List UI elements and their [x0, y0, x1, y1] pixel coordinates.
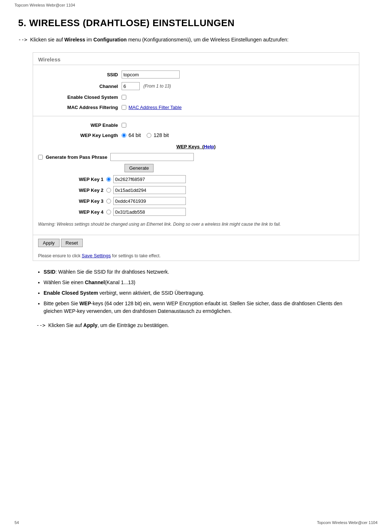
wep-key1-label: WEP Key 1 — [38, 177, 103, 182]
wep-section: WEP Enable WEP Key Length 64 bit 128 bit — [33, 116, 359, 235]
bullet-3-bold: Enable Closed System — [44, 290, 98, 296]
ssid-input[interactable] — [122, 70, 180, 78]
wep-key3-input[interactable] — [113, 197, 186, 205]
wep-key4-radio[interactable] — [106, 210, 111, 214]
wep-key-length-row: WEP Key Length 64 bit 128 bit — [33, 130, 359, 140]
panel-title: Wireless — [33, 53, 359, 65]
main-content: 5. WIRELESS (DRAHTLOSE) EINSTELLUNGEN --… — [0, 10, 392, 354]
passphrase-input[interactable] — [110, 153, 194, 161]
mac-filtering-row: MAC Address Filtering MAC Address Filter… — [33, 102, 359, 112]
bullet-4: Bitte geben Sie WEP-keys (64 oder 128 bi… — [44, 300, 356, 315]
page-header: Topcom Wireless Webr@cer 1104 — [0, 0, 392, 10]
channel-value-container: (From 1 to 13) — [122, 82, 171, 90]
mac-filtering-value: MAC Address Filter Table — [122, 105, 181, 110]
wep-keys-title-row: WEP Keys (Help) — [33, 140, 359, 152]
wep-key1-row: WEP Key 1 — [33, 174, 359, 185]
wep-key2-label: WEP Key 2 — [38, 188, 103, 193]
wep-keys-help-link[interactable]: Help — [204, 144, 214, 149]
closing-text: --> Klicken Sie auf Apply, um die Einträ… — [36, 322, 356, 328]
wep-key3-row: WEP Key 3 — [33, 196, 359, 206]
bullet-1: SSID: Wählen Sie die SSID für Ihr drahtl… — [44, 268, 356, 276]
wep-keys-title: WEP Keys (Help) — [176, 142, 216, 150]
channel-input[interactable] — [122, 82, 140, 90]
mac-filtering-checkbox[interactable] — [122, 105, 126, 110]
generate-button[interactable]: Generate — [124, 164, 154, 172]
closing-apply: Apply — [83, 322, 98, 328]
bullet-3: Enable Closed System verbirgt, wenn akti… — [44, 289, 356, 297]
generate-row: Generate from Pass Phrase — [33, 152, 359, 162]
warning-text: Warning: Wireless settings should be cha… — [33, 217, 359, 231]
intro-wireless: Wireless — [64, 37, 85, 43]
wep-enable-checkbox[interactable] — [122, 123, 126, 128]
closed-system-row: Enable Closed System — [33, 92, 359, 102]
wep-64bit-label: 64 bit — [128, 132, 141, 138]
ssid-value-container — [122, 70, 180, 78]
reset-button[interactable]: Reset — [61, 239, 83, 247]
closed-system-checkbox[interactable] — [122, 95, 126, 100]
wep-key4-input[interactable] — [113, 208, 186, 216]
buttons-row: Apply Reset — [33, 235, 359, 251]
mac-filter-table-link[interactable]: MAC Address Filter Table — [128, 105, 181, 110]
wep-enable-label: WEP Enable — [38, 122, 118, 128]
wep-key2-radio[interactable] — [106, 188, 111, 193]
bullet-1-bold: SSID — [44, 269, 56, 275]
bullet-4-bold: WEP — [79, 301, 91, 306]
wep-enable-row: WEP Enable — [33, 120, 359, 130]
apply-button[interactable]: Apply — [38, 239, 60, 247]
intro-arrow: --> — [18, 37, 27, 43]
mac-filtering-label: MAC Address Filtering — [38, 105, 118, 110]
closing-arrow: --> — [36, 322, 45, 328]
wep-enable-value — [122, 123, 126, 128]
generate-button-row: Generate — [33, 162, 359, 174]
page-footer: 54 Topcom Wireless Webr@cer 1104 — [0, 520, 392, 525]
wep-key4-row: WEP Key 4 — [33, 206, 359, 217]
footer-title: Topcom Wireless Webr@cer 1104 — [317, 520, 377, 525]
generate-label: Generate from Pass Phrase — [46, 154, 107, 160]
wep-128bit-radio[interactable] — [147, 133, 151, 138]
wep-key4-label: WEP Key 4 — [38, 209, 103, 215]
channel-row: Channel (From 1 to 13) — [33, 80, 359, 92]
bullet-2-bold: Channel — [85, 279, 105, 285]
basic-settings-section: SSID Channel (From 1 to 13) Enable Close… — [33, 65, 359, 116]
intro-configuration: Configuration — [93, 37, 127, 43]
save-settings-post: for settings to take effect. — [111, 253, 160, 258]
channel-hint: (From 1 to 13) — [143, 84, 171, 89]
wep-key3-label: WEP Key 3 — [38, 198, 103, 204]
page-heading: 5. WIRELESS (DRAHTLOSE) EINSTELLUNGEN — [18, 17, 374, 29]
footer-page-number: 54 — [15, 520, 19, 525]
channel-label: Channel — [38, 84, 118, 89]
closed-system-label: Enable Closed System — [38, 94, 118, 100]
wep-128bit-label: 128 bit — [154, 132, 169, 138]
bullet-list: SSID: Wählen Sie die SSID für Ihr drahtl… — [36, 268, 356, 315]
wep-key2-row: WEP Key 2 — [33, 185, 359, 196]
save-settings-link[interactable]: Save Settings — [82, 253, 111, 258]
generate-checkbox[interactable] — [38, 155, 43, 160]
intro-text: --> Klicken sie auf Wireless im Configur… — [18, 36, 374, 44]
wep-64bit-radio[interactable] — [122, 133, 126, 138]
wep-key1-radio[interactable] — [106, 177, 111, 182]
save-settings-row: Please ensure to click Save Settings for… — [33, 251, 359, 261]
closed-system-value — [122, 95, 126, 100]
bullet-2: Wählen Sie einen Channel(Kanal 1...13) — [44, 279, 356, 286]
wep-keys-label: WEP Keys — [176, 144, 200, 149]
wireless-panel: Wireless SSID Channel (From 1 to 13) E — [33, 52, 359, 261]
header-title: Topcom Wireless Webr@cer 1104 — [15, 3, 75, 7]
wep-key1-input[interactable] — [113, 175, 186, 183]
ssid-row: SSID — [33, 69, 359, 80]
wep-key-length-label: WEP Key Length — [38, 133, 118, 138]
save-settings-pre: Please ensure to click — [38, 253, 82, 258]
wep-key3-radio[interactable] — [106, 199, 111, 203]
wep-key-length-value: 64 bit 128 bit — [122, 132, 169, 138]
wep-key2-input[interactable] — [113, 186, 186, 194]
ssid-label: SSID — [38, 72, 118, 77]
